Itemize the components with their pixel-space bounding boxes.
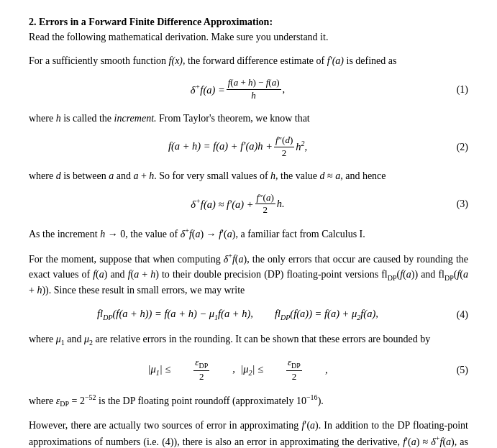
equation-1-row: δ+f(a) = f(a + h) − f(a) h , (1) bbox=[29, 77, 468, 102]
eq5-num2: εDP bbox=[286, 357, 302, 371]
eq2-numerator: f″(d) bbox=[274, 134, 294, 147]
eq4-right: flDP(f(a)) = f(a) + μ2f(a), bbox=[275, 306, 378, 323]
equation-1-number: (1) bbox=[447, 82, 468, 97]
write-word: write bbox=[224, 285, 245, 296]
paragraph-1: For a sufficiently smooth function f(x),… bbox=[29, 53, 468, 68]
and-word: and bbox=[67, 334, 81, 344]
math-fa4: f bbox=[189, 229, 192, 239]
math-d: d bbox=[56, 170, 61, 181]
equation-3-content: δ+f(a) ≈ f′(a) + f″(a) 2 h. bbox=[29, 192, 447, 217]
increment-word: increment. bbox=[114, 113, 157, 124]
equation-3-row: δ+f(a) ≈ f′(a) + f″(a) 2 h. (3) bbox=[29, 192, 468, 217]
math-h-arrow: h bbox=[100, 229, 105, 239]
intro-text: Read the following mathematical derivati… bbox=[29, 29, 468, 45]
equation-4-row: flDP(f(a + h)) = f(a + h) − μ1f(a + h), … bbox=[29, 306, 468, 323]
paragraph-6: where μ1 and μ2 are relative errors in t… bbox=[29, 332, 468, 348]
eq1-numerator: f(a + h) − f(a) bbox=[227, 77, 281, 90]
eq1-fraction: f(a + h) − f(a) h bbox=[227, 77, 281, 102]
eq5-left: |μ1| ≤ bbox=[147, 362, 170, 378]
eq2-denominator: 2 bbox=[281, 147, 288, 160]
eq2-rhs: h2, bbox=[296, 138, 307, 155]
eq1-lhs: δ+f(a) = bbox=[191, 81, 225, 99]
math-a: a bbox=[109, 170, 114, 181]
paragraph-3: where d is between a and a + h. So for v… bbox=[29, 168, 468, 183]
paragraph-8: However, there are actually two sources … bbox=[29, 418, 468, 448]
paragraph-2: where h is called the increment. From Ta… bbox=[29, 111, 468, 126]
equation-4-content: flDP(f(a + h)) = f(a + h) − μ1f(a + h), … bbox=[29, 306, 447, 323]
document-container: 2. Errors in a Forward Finite Difference… bbox=[29, 14, 468, 448]
eq3-numerator: f″(a) bbox=[255, 192, 275, 205]
eq1-denominator: h bbox=[250, 90, 257, 102]
eq5-den2: 2 bbox=[291, 371, 298, 383]
equation-5-row: |μ1| ≤ εDP 2 , |μ2| ≤ εDP 2 , (5) bbox=[29, 357, 468, 383]
eq2-fraction: f″(d) 2 bbox=[274, 134, 294, 160]
math-a2: a bbox=[335, 170, 340, 181]
section-header: 2. Errors in a Forward Finite Difference… bbox=[29, 14, 468, 29]
math-fx: f(x) bbox=[169, 55, 183, 66]
eq4-left: flDP(f(a + h)) = f(a + h) − μ1f(a + h), bbox=[97, 306, 253, 323]
math-h2: h bbox=[149, 170, 154, 181]
eq3-denominator: 2 bbox=[261, 204, 269, 216]
math-fprime: f′(a) bbox=[327, 55, 344, 66]
equation-5-content: |μ1| ≤ εDP 2 , |μ2| ≤ εDP 2 , bbox=[29, 357, 447, 383]
equation-2-number: (2) bbox=[447, 140, 468, 155]
eq5-comma: , |μ2| ≤ bbox=[232, 362, 263, 378]
eq3-fraction: f″(a) 2 bbox=[255, 192, 275, 217]
math-d-approx: d bbox=[319, 170, 324, 181]
math-a-plus-h: a bbox=[133, 170, 138, 181]
eq5-num1: εDP bbox=[193, 357, 209, 371]
equation-5-number: (5) bbox=[447, 362, 468, 378]
equation-2-content: f(a + h) = f(a) + f′(a)h + f″(d) 2 h2, bbox=[29, 134, 447, 160]
eq3-lhs: δ+f(a) ≈ f′(a) + bbox=[191, 196, 253, 213]
math-h3: h bbox=[270, 170, 275, 181]
eq2-lhs: f(a + h) = f(a) + f′(a)h + bbox=[168, 139, 273, 155]
eq5-fraction1: εDP 2 bbox=[193, 357, 209, 383]
equation-3-number: (3) bbox=[447, 196, 468, 211]
math-h: h bbox=[56, 113, 61, 124]
equation-2-row: f(a + h) = f(a) + f′(a)h + f″(d) 2 h2, (… bbox=[29, 134, 468, 160]
paragraph-5: For the moment, suppose that when comput… bbox=[29, 250, 468, 298]
section-title: Errors in a Forward Finite Difference Ap… bbox=[39, 17, 273, 27]
eq5-comma2: , bbox=[325, 362, 328, 378]
paragraph-7: where εDP = 2−52 is the DP floating poin… bbox=[29, 392, 468, 409]
eq5-fraction2: εDP 2 bbox=[286, 357, 302, 383]
equation-4-number: (4) bbox=[447, 307, 468, 322]
eq3-rhs: h. bbox=[277, 196, 285, 212]
equation-1-content: δ+f(a) = f(a + h) − f(a) h , bbox=[29, 77, 447, 102]
eq1-comma: , bbox=[283, 82, 286, 98]
eq5-den1: 2 bbox=[198, 371, 206, 383]
paragraph-4: As the increment h → 0, the value of δ+f… bbox=[29, 225, 468, 242]
section-number: 2. bbox=[29, 17, 39, 27]
